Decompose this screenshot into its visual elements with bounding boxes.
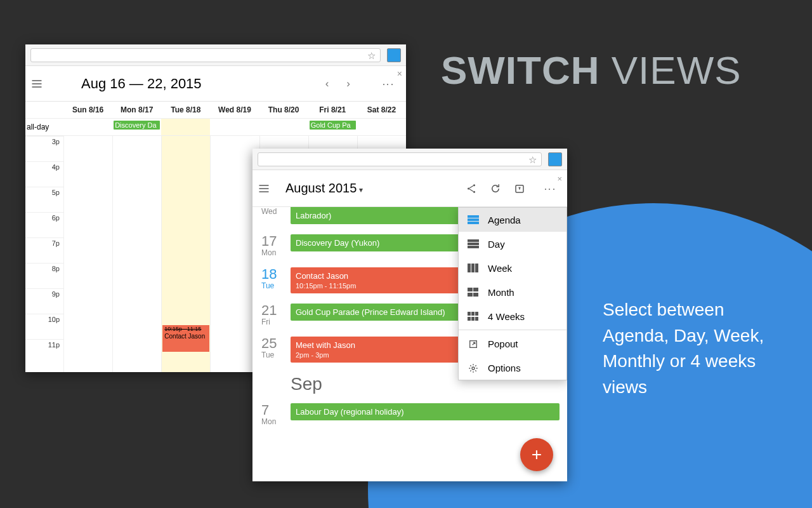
svg-point-2 xyxy=(473,190,475,192)
day-number: 21 xyxy=(261,304,291,318)
event-title: Contact Jason xyxy=(164,333,205,340)
svg-point-5 xyxy=(472,367,475,370)
allday-row: all-day Discovery Da Gold Cup Pa xyxy=(25,118,406,136)
today-icon[interactable] xyxy=(514,183,538,194)
day-header: Sun 8/16 xyxy=(63,102,112,118)
month-icon xyxy=(468,288,479,297)
next-week-button[interactable]: › xyxy=(346,77,350,90)
menu-icon[interactable] xyxy=(258,182,283,195)
svg-point-0 xyxy=(473,184,475,186)
browser-chrome-bar: ☆ xyxy=(25,44,406,66)
event-title: Labour Day (regional holiday) xyxy=(296,407,404,417)
day-number: 7 xyxy=(261,403,291,417)
menu-separator xyxy=(459,330,566,330)
menu-item-popout[interactable]: Popout xyxy=(459,331,566,356)
promo-title: SWITCH VIEWS xyxy=(441,48,742,93)
add-event-button[interactable]: + xyxy=(520,438,553,471)
share-icon[interactable] xyxy=(466,183,490,194)
hour-label: 6p xyxy=(25,212,63,237)
day-of-week: Mon xyxy=(261,417,291,426)
agenda-row: 7 Mon Labour Day (regional holiday) xyxy=(252,398,567,431)
day-icon xyxy=(468,239,479,248)
refresh-icon[interactable] xyxy=(490,183,514,194)
day-number: 25 xyxy=(261,337,291,351)
hour-label: 10p xyxy=(25,314,63,339)
hour-label: 5p xyxy=(25,187,63,212)
menu-label: Month xyxy=(488,287,514,298)
view-menu: Agenda Day Week Month 4 Weeks xyxy=(458,207,567,380)
menu-item-month[interactable]: Month xyxy=(459,280,566,304)
hour-label: 3p xyxy=(25,136,63,161)
day-number: 18 xyxy=(261,267,291,281)
event-contact-jason[interactable]: 10:15p - 11:15 Contact Jason xyxy=(162,325,209,352)
url-bar[interactable] xyxy=(258,152,542,166)
extension-icon[interactable] xyxy=(548,152,562,166)
gear-icon xyxy=(468,363,479,372)
hour-label: 9p xyxy=(25,288,63,314)
svg-point-1 xyxy=(468,187,469,189)
menu-label: Options xyxy=(488,363,521,373)
event-title: Gold Cup Parade (Prince Edward Island) xyxy=(296,307,445,317)
event-title: Meet with Jason xyxy=(296,340,355,350)
bookmark-star-icon[interactable]: ☆ xyxy=(528,154,537,166)
day-of-week: Fri xyxy=(261,318,291,326)
month-title: August 2015 xyxy=(285,181,357,195)
today-column[interactable]: 10:15p - 11:15 Contact Jason xyxy=(161,136,210,372)
hour-label: 7p xyxy=(25,237,63,263)
bookmark-star-icon[interactable]: ☆ xyxy=(367,50,376,62)
promo-body: Select between Agenda, Day, Week, Monthl… xyxy=(603,297,793,400)
day-header: Thu 8/20 xyxy=(259,102,308,118)
day-of-week: Mon xyxy=(261,248,291,257)
agenda-list[interactable]: Wed Labrador) 17MonDiscovery Day (Yukon)… xyxy=(252,207,567,481)
browser-chrome-bar: ☆ xyxy=(252,149,567,170)
four-weeks-icon xyxy=(468,312,479,321)
event-title: Contact Jason xyxy=(296,271,348,281)
week-title: Aug 16 — 22, 2015 xyxy=(56,76,325,92)
agenda-window: ☆ × August 2015 ⋮ Wed Labrador) 17MonDis… xyxy=(252,149,567,481)
hour-label: 4p xyxy=(25,161,63,187)
menu-item-4weeks[interactable]: 4 Weeks xyxy=(459,304,566,328)
allday-label: all-day xyxy=(25,119,63,135)
hour-label: 8p xyxy=(25,263,63,288)
close-icon[interactable]: × xyxy=(397,69,402,79)
menu-icon[interactable] xyxy=(30,77,56,90)
menu-label: Popout xyxy=(488,338,518,349)
menu-label: Week xyxy=(488,263,512,274)
menu-label: Agenda xyxy=(488,215,521,225)
event-title: Labrador) xyxy=(296,211,331,220)
allday-event[interactable]: Gold Cup Pa xyxy=(310,121,356,130)
week-icon xyxy=(468,264,479,272)
more-icon[interactable]: ⋮ xyxy=(538,182,562,196)
month-selector[interactable]: August 2015 xyxy=(283,181,466,196)
day-header: Wed 8/19 xyxy=(210,102,259,118)
day-of-week: Wed xyxy=(261,207,291,216)
event-time: 10:15p - 11:15 xyxy=(164,326,207,333)
popout-icon xyxy=(468,339,479,348)
agenda-icon xyxy=(468,215,479,224)
agenda-header: August 2015 ⋮ xyxy=(252,170,567,207)
day-of-week: Tue xyxy=(261,281,291,290)
menu-item-agenda[interactable]: Agenda xyxy=(459,208,566,232)
menu-item-week[interactable]: Week xyxy=(459,256,566,280)
menu-item-options[interactable]: Options xyxy=(459,356,566,380)
promo-title-bold: SWITCH xyxy=(441,48,600,92)
day-header: Fri 8/21 xyxy=(308,102,357,118)
promo-title-light: VIEWS xyxy=(612,48,742,92)
agenda-event[interactable]: Labour Day (regional holiday) xyxy=(291,403,560,420)
day-number: 17 xyxy=(261,234,291,248)
week-header: Aug 16 — 22, 2015 ‹ › ⋮ xyxy=(25,66,406,102)
allday-event[interactable]: Discovery Da xyxy=(114,121,160,130)
day-header: Tue 8/18 xyxy=(161,102,210,118)
day-of-week: Tue xyxy=(261,351,291,359)
extension-icon[interactable] xyxy=(387,48,401,62)
hour-label: 11p xyxy=(25,339,63,364)
day-header: Mon 8/17 xyxy=(112,102,161,118)
menu-label: Day xyxy=(488,239,505,250)
prev-week-button[interactable]: ‹ xyxy=(325,77,329,90)
url-bar[interactable] xyxy=(30,48,381,62)
day-header: Sat 8/22 xyxy=(357,102,406,118)
menu-item-day[interactable]: Day xyxy=(459,232,566,256)
event-title: Discovery Day (Yukon) xyxy=(296,238,379,248)
week-day-headers: Sun 8/16 Mon 8/17 Tue 8/18 Wed 8/19 Thu … xyxy=(25,102,406,118)
menu-label: 4 Weeks xyxy=(488,311,525,322)
